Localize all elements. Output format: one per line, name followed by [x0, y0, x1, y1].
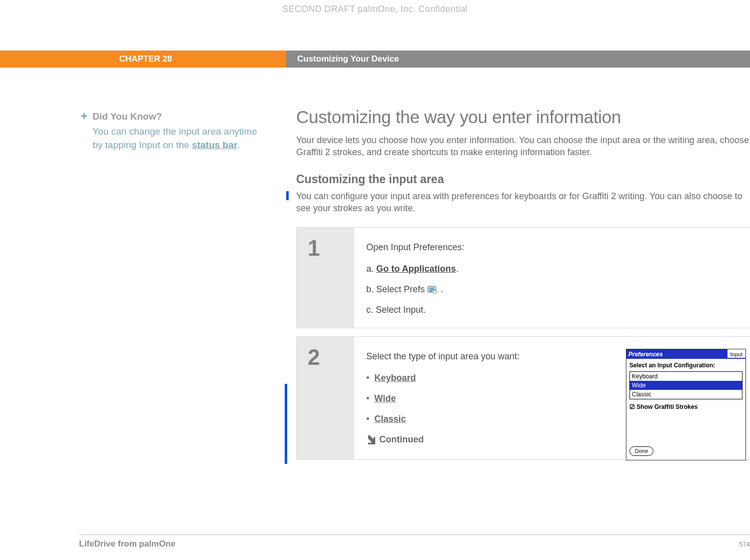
bullet-classic: • Classic: [366, 412, 566, 426]
go-to-applications-link[interactable]: Go to Applications: [376, 264, 456, 274]
step-1a-prefix: a.: [366, 264, 376, 274]
screenshot-option-classic: Classic: [630, 390, 742, 399]
screenshot-tab: Input: [727, 349, 745, 358]
continued-indicator: Continued: [366, 433, 424, 446]
classic-link[interactable]: Classic: [374, 414, 406, 424]
intro-paragraph: Your device lets you choose how you ente…: [296, 134, 750, 159]
step-1-card: 1 Open Input Preferences: a. Go to Appli…: [296, 227, 750, 328]
dyk-tail: .: [237, 140, 240, 150]
header-band: CHAPTER 28 Customizing Your Device: [0, 51, 750, 68]
did-you-know-heading: Did You Know?: [93, 111, 258, 122]
screenshot-checkbox: Show Graffiti Strokes: [629, 402, 742, 411]
svg-point-4: [432, 290, 437, 293]
step-1b: b. Select Prefs .: [366, 283, 744, 296]
chapter-title: Customizing Your Device: [286, 51, 750, 68]
step-1-number: 1: [297, 228, 354, 328]
main-content: Customizing the way you enter informatio…: [296, 107, 750, 468]
svg-rect-2: [429, 289, 434, 290]
screenshot-option-wide: Wide: [630, 381, 742, 390]
step-1b-tail: .: [441, 284, 443, 294]
revision-bar-icon: [286, 191, 289, 200]
screenshot-list: Keyboard Wide Classic: [629, 371, 742, 399]
revision-bar-icon: [285, 384, 287, 464]
step-2-lead: Select the type of input area you want:: [366, 350, 566, 363]
bullet-keyboard: • Keyboard: [366, 371, 566, 385]
screenshot-label: Select an Input Configuration:: [629, 361, 742, 370]
section-heading: Customizing the input area: [296, 173, 750, 186]
step-1a: a. Go to Applications.: [366, 262, 744, 276]
keyboard-link[interactable]: Keyboard: [374, 373, 416, 383]
step-2-number: 2: [297, 337, 354, 459]
status-bar-link[interactable]: status bar: [192, 140, 238, 150]
screenshot-titlebar: Preferences Input: [626, 349, 745, 359]
screenshot-option-keyboard: Keyboard: [630, 372, 742, 381]
screenshot-title: Preferences: [628, 350, 663, 359]
screenshot-body: Select an Input Configuration: Keyboard …: [626, 359, 745, 460]
footer-rule: [79, 534, 750, 535]
svg-rect-3: [429, 291, 432, 292]
wide-link[interactable]: Wide: [374, 393, 396, 403]
step-2-body: Select the type of input area you want: …: [354, 337, 750, 459]
step-1c: c. Select Input.: [366, 303, 744, 317]
section-intro: You can configure your input area with p…: [296, 190, 750, 215]
section-intro-text: You can configure your input area with p…: [296, 191, 742, 213]
step-2-card: 2 Select the type of input area you want…: [296, 336, 750, 460]
svg-rect-1: [429, 288, 434, 289]
plus-icon: +: [81, 109, 88, 123]
screenshot-done-button: Done: [629, 446, 653, 456]
step-1a-tail: .: [456, 264, 458, 274]
device-screenshot: Preferences Input Select an Input Config…: [626, 349, 746, 460]
bullet-wide: • Wide: [366, 392, 566, 405]
footer-product: LifeDrive from palmOne: [79, 539, 176, 549]
page-heading: Customizing the way you enter informatio…: [296, 107, 750, 127]
page-number: 574: [739, 540, 750, 548]
chapter-label: CHAPTER 28: [0, 51, 286, 68]
watermark-text: SECOND DRAFT palmOne, Inc. Confidential: [0, 4, 750, 15]
prefs-icon: [427, 285, 438, 294]
did-you-know-body: You can change the input area anytime by…: [93, 125, 258, 152]
continued-label: Continued: [379, 433, 424, 446]
step-1-lead: Open Input Preferences:: [366, 241, 744, 254]
sidebar-tip: + Did You Know? You can change the input…: [93, 111, 258, 152]
step-1-body: Open Input Preferences: a. Go to Applica…: [354, 228, 750, 328]
step-1b-prefix: b. Select Prefs: [366, 284, 427, 294]
continued-arrow-icon: [366, 435, 375, 444]
